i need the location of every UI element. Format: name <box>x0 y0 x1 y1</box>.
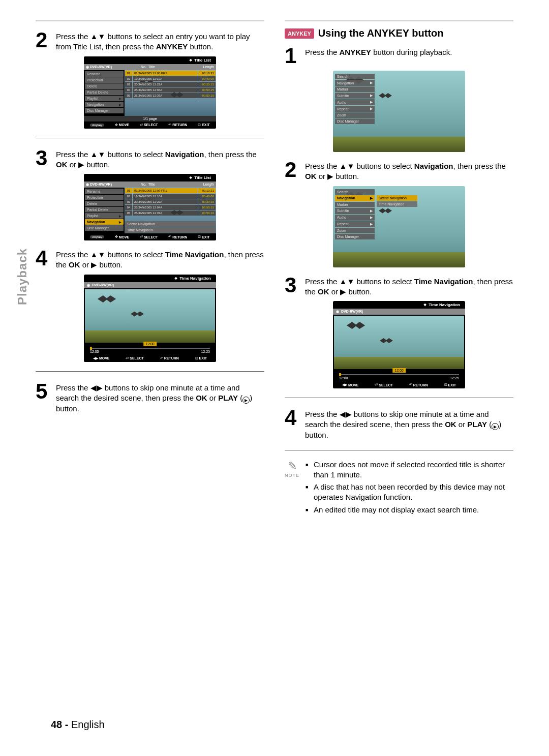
page-footer: 48 - English <box>51 719 105 731</box>
anymenu-disc-manager[interactable]: Disc Manager <box>335 234 375 239</box>
title-row[interactable]: 0425/JAN/2005 12:04A00:50:15 <box>125 87 216 93</box>
title-row[interactable]: 0525/JAN/2005 12:37A00:50:16 <box>125 210 216 216</box>
left-right-icon: ◀▶ <box>340 410 352 418</box>
osd-title-list-2: Title List ◉ DVD-RW(VR) No. Title Length… <box>84 174 216 240</box>
chevron-right-icon: ▶ <box>370 209 373 213</box>
anymenu-navigation[interactable]: Navigation▶ <box>335 195 375 201</box>
title-row[interactable]: 0101/JAN/2005 12:00 PR100:10:21 <box>125 71 216 76</box>
anymenu-subtitle[interactable]: Subtitle▶ <box>335 93 375 99</box>
anykey-word: ANYKEY <box>156 42 188 51</box>
anymenu-marker[interactable]: Marker <box>335 86 375 92</box>
menu-protection[interactable]: Protection <box>85 77 124 83</box>
menu-rename[interactable]: Rename <box>85 71 124 77</box>
menu-partial-delete[interactable]: Partial Delete <box>85 89 124 95</box>
right-column: ANYKEY Using the ANYKEY button 1 Press t… <box>285 20 513 517</box>
step-text: Press the ▲▼ buttons to select Time Navi… <box>56 248 264 270</box>
title-row[interactable]: 0101/JAN/2005 12:00 PR100:10:21 <box>125 188 216 193</box>
menu-playlist[interactable]: Playlist▶ <box>85 96 124 101</box>
right-icon: ▶ <box>327 172 333 180</box>
side-label: Playback <box>15 248 29 305</box>
t: or <box>329 287 341 296</box>
time-slider[interactable]: 12:00 12:00 12:25 <box>84 344 216 355</box>
t: SELECT <box>130 356 144 360</box>
anymenu-audio[interactable]: Audio▶ <box>335 215 375 221</box>
t: Time Navigation <box>165 250 224 259</box>
sub-time-navigation[interactable]: Time Navigation <box>377 201 417 207</box>
anymenu-zoom[interactable]: Zoom <box>335 228 375 233</box>
section-title: Using the ANYKEY button <box>318 27 444 39</box>
anymenu-repeat[interactable]: Repeat▶ <box>335 106 375 112</box>
anymenu-marker[interactable]: Marker <box>335 202 375 207</box>
t: Press the <box>305 48 340 56</box>
anymenu-repeat[interactable]: Repeat▶ <box>335 221 375 227</box>
t: button. <box>346 287 372 296</box>
menu-playlist[interactable]: Playlist▶ <box>85 213 124 219</box>
chevron-right-icon: ▶ <box>370 222 373 226</box>
step-text: Press the ▲▼ buttons to select an entry … <box>56 29 264 52</box>
t: button. <box>84 160 110 169</box>
t: EXIT <box>199 356 207 360</box>
t: buttons to select <box>354 162 414 170</box>
up-down-icon: ▲▼ <box>340 162 355 170</box>
osd-preview <box>334 316 464 369</box>
t: EXIT <box>202 123 210 127</box>
page-lang: English <box>71 719 105 730</box>
anymenu-search[interactable]: Search <box>335 74 375 79</box>
sub-time-navigation[interactable]: Time Navigation <box>125 227 216 233</box>
step-text: Press the ▲▼ buttons to select Time Navi… <box>305 275 513 297</box>
osd-preview <box>85 289 215 343</box>
sub-scene-navigation[interactable]: Scene Navigation <box>377 195 417 201</box>
anymenu-navigation[interactable]: Navigation▶ <box>335 80 375 86</box>
chevron-right-icon: ▶ <box>119 97 121 100</box>
t: Press the <box>305 162 340 170</box>
menu-protection[interactable]: Protection <box>85 195 124 200</box>
t: DVD-RW(VR) <box>90 183 112 186</box>
sub-scene-navigation[interactable]: Scene Navigation <box>125 221 216 227</box>
return-icon: ↶ <box>168 123 171 127</box>
osd-title: Title List <box>84 56 216 64</box>
anymenu-zoom[interactable]: Zoom <box>335 112 375 118</box>
title-row[interactable]: 0320/JAN/2005 12:22A00:20:15 <box>125 199 216 204</box>
step-text: Press the ▲▼ buttons to select Navigatio… <box>305 159 513 182</box>
t: buttons to select <box>105 150 165 159</box>
t: DVD-RW(VR) <box>90 65 112 69</box>
menu-delete[interactable]: Delete <box>85 83 124 89</box>
menu-disc-manager[interactable]: Disc Manager <box>85 108 124 113</box>
title-row[interactable]: 0425/JAN/2005 12:04A00:50:15 <box>125 205 216 210</box>
anymenu-disc-manager[interactable]: Disc Manager <box>335 118 375 124</box>
chevron-right-icon: ▶ <box>370 107 373 111</box>
title-row[interactable]: 0219/JAN/2005 12:10A00:40:00 <box>125 194 216 199</box>
menu-delete[interactable]: Delete <box>85 201 124 206</box>
chevron-right-icon: ▶ <box>119 103 121 106</box>
move-icon: ◀▶ <box>342 383 347 387</box>
osd-footer: Anykey ✥MOVE ⏎SELECT ↶RETURN ⊡EXIT <box>84 122 216 129</box>
title-row[interactable]: 0525/JAN/2005 12:37A00:50:16 <box>125 93 216 98</box>
time-slider[interactable]: 12:00 12:00 12:25 <box>333 370 465 381</box>
exit-icon: ⊡ <box>198 123 201 127</box>
t: SELECT <box>144 123 158 127</box>
chevron-right-icon: ▶ <box>370 81 373 85</box>
anymenu-search[interactable]: Search <box>335 189 375 195</box>
anymenu-audio[interactable]: Audio▶ <box>335 99 375 105</box>
anykey-menu: Search Navigation▶ Marker Subtitle▶ Audi… <box>335 189 375 239</box>
menu-rename[interactable]: Rename <box>85 189 124 194</box>
t: SELECT <box>379 383 393 387</box>
t: Press the <box>56 32 90 41</box>
t: OK <box>318 287 329 296</box>
up-down-icon: ▲▼ <box>90 250 106 259</box>
t: button. <box>333 172 359 180</box>
t: Title <box>148 65 201 69</box>
osd-side-menu: Rename Protection Delete Partial Delete … <box>84 70 125 116</box>
t: MOVE <box>348 383 359 387</box>
menu-navigation[interactable]: Navigation▶ <box>85 219 124 225</box>
anymenu-subtitle[interactable]: Subtitle▶ <box>335 208 375 214</box>
menu-partial-delete[interactable]: Partial Delete <box>85 207 124 213</box>
time-start: 12:00 <box>90 350 99 353</box>
menu-disc-manager[interactable]: Disc Manager <box>85 225 124 231</box>
title-row[interactable]: 0219/JAN/2005 12:10A00:40:00 <box>125 76 216 81</box>
menu-navigation[interactable]: Navigation▶ <box>85 102 124 107</box>
osd-nav-sublist: Scene Navigation Time Navigation <box>125 221 216 233</box>
title-row[interactable]: 0320/JAN/2005 12:22A00:20:15 <box>125 82 216 87</box>
disc-icon: ◉ <box>87 283 90 287</box>
step-number: 2 <box>36 29 50 52</box>
